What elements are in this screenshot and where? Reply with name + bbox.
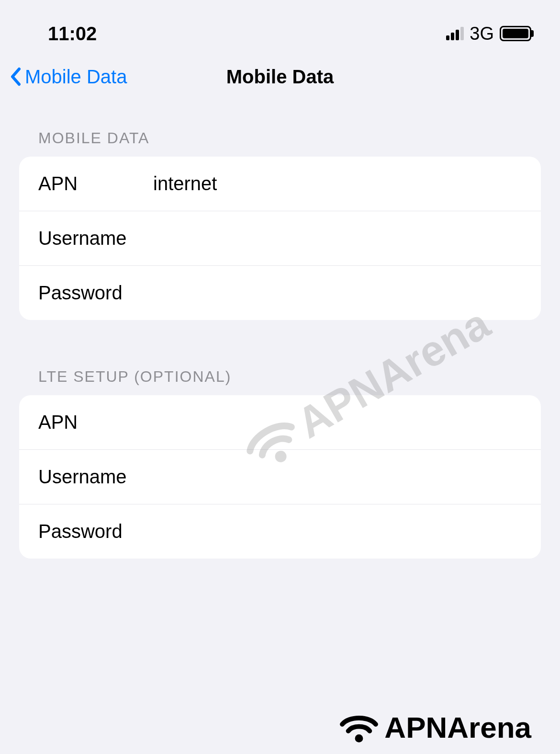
row-label: Password [38,521,153,542]
lte-apn-input[interactable] [153,411,522,433]
section-group-mobile-data: APN Username Password [19,157,541,320]
row-label: APN [38,411,153,433]
status-right: 3G [446,23,531,44]
chevron-left-icon [10,67,21,86]
row-username[interactable]: Username [19,211,541,266]
username-input[interactable] [153,228,522,249]
lte-username-input[interactable] [153,466,522,488]
back-button[interactable]: Mobile Data [10,66,127,88]
row-label: Password [38,282,153,304]
row-lte-apn[interactable]: APN [19,395,541,450]
brand-text: APNArena [384,710,531,744]
row-label: Username [38,228,153,249]
status-time: 11:02 [48,23,97,45]
row-label: Username [38,466,153,488]
row-lte-username[interactable]: Username [19,450,541,504]
wifi-icon [337,711,381,744]
nav-bar: Mobile Data Mobile Data [0,48,560,101]
signal-icon [446,27,464,40]
row-apn[interactable]: APN [19,157,541,211]
row-lte-password[interactable]: Password [19,504,541,559]
content: MOBILE DATA APN Username Password LTE SE… [0,101,560,559]
page-title: Mobile Data [226,66,334,88]
svg-point-1 [355,734,363,743]
network-type: 3G [470,23,494,44]
password-input[interactable] [153,282,522,304]
back-label: Mobile Data [25,66,127,88]
section-group-lte: APN Username Password [19,395,541,559]
lte-password-input[interactable] [153,521,522,542]
status-bar: 11:02 3G [0,0,560,48]
row-label: APN [38,173,153,194]
section-header-lte: LTE SETUP (OPTIONAL) [19,339,541,395]
battery-icon [500,26,531,41]
section-header-mobile-data: MOBILE DATA [19,101,541,157]
brand-logo: APNArena [337,710,531,744]
apn-input[interactable] [153,173,522,194]
row-password[interactable]: Password [19,266,541,320]
